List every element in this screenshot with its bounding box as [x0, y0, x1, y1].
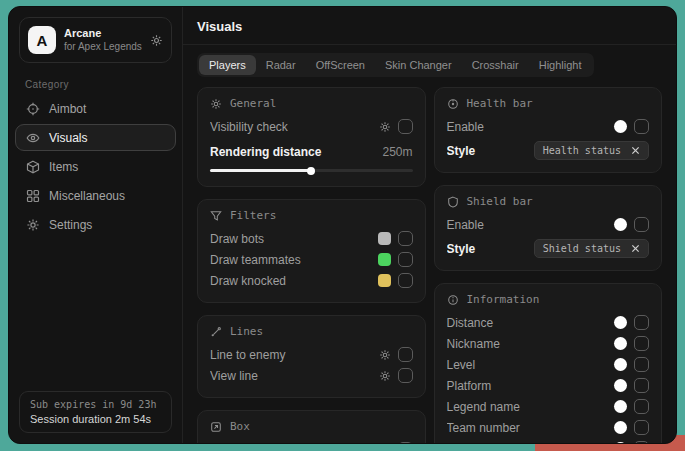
sidebar-item-items[interactable]: Items — [15, 153, 176, 180]
style-select[interactable]: Health status — [534, 141, 649, 160]
main-header: Visuals — [183, 7, 676, 45]
setting-row-style: Style Shield status — [447, 238, 650, 259]
gear-icon[interactable] — [379, 370, 391, 382]
sidebar-item-visuals[interactable]: Visuals — [15, 124, 176, 151]
sidebar-item-label: Items — [49, 160, 78, 174]
section-title: Filters — [230, 209, 276, 222]
checkbox[interactable] — [634, 217, 649, 232]
setting-row-draw-bots: Draw bots — [210, 228, 413, 249]
gear-icon[interactable] — [150, 34, 163, 47]
section-title: Box — [230, 420, 250, 433]
setting-row-draw-teammates: Draw teammates — [210, 249, 413, 270]
close-icon[interactable] — [631, 244, 640, 253]
gear-icon[interactable] — [379, 349, 391, 361]
sidebar-item-aimbot[interactable]: Aimbot — [15, 95, 176, 122]
color-swatch[interactable] — [614, 400, 627, 413]
slider-thumb[interactable] — [307, 167, 315, 175]
tab-highlight[interactable]: Highlight — [529, 55, 592, 75]
checkbox[interactable] — [634, 357, 649, 372]
checkbox[interactable] — [398, 119, 413, 134]
color-swatch[interactable] — [614, 120, 627, 133]
checkbox[interactable] — [634, 378, 649, 393]
setting-row-nickname: Nickname — [447, 333, 650, 354]
app-title: Arcane — [64, 27, 142, 41]
color-swatch[interactable] — [614, 421, 627, 434]
section-lines: Lines Line to enemy View line — [197, 315, 426, 398]
checkbox[interactable] — [398, 368, 413, 383]
funnel-icon — [210, 210, 222, 222]
sidebar-item-miscellaneous[interactable]: Miscellaneous — [15, 182, 176, 209]
section-title: Health bar — [467, 97, 533, 110]
checkbox[interactable] — [634, 119, 649, 134]
line-icon — [210, 326, 222, 338]
page-title: Visuals — [197, 19, 662, 34]
setting-row-level: Level — [447, 354, 650, 375]
checkbox[interactable] — [634, 441, 649, 443]
color-swatch[interactable] — [614, 337, 627, 350]
logo-card: A Arcane for Apex Legends — [19, 17, 172, 63]
style-select[interactable]: Shield status — [534, 239, 649, 258]
color-swatch[interactable] — [378, 274, 391, 287]
setting-row-team-number: Team number — [447, 417, 650, 438]
color-swatch[interactable] — [614, 218, 627, 231]
sidebar-nav: Aimbot Visuals Items — [9, 94, 182, 239]
tab-offscreen[interactable]: OffScreen — [306, 55, 375, 75]
checkbox[interactable] — [634, 399, 649, 414]
section-filters: Filters Draw bots Draw teammates Draw kn… — [197, 199, 426, 303]
sidebar-item-label: Miscellaneous — [49, 189, 125, 203]
sidebar-item-label: Aimbot — [49, 102, 86, 116]
section-title: Shield bar — [467, 195, 533, 208]
main-panel: Visuals Players Radar OffScreen Skin Cha… — [183, 7, 676, 443]
gear-icon[interactable] — [379, 121, 391, 133]
checkbox[interactable] — [398, 273, 413, 288]
gauge-icon — [447, 98, 459, 110]
gear-icon — [26, 218, 40, 232]
color-swatch[interactable] — [614, 442, 627, 443]
section-title: Lines — [230, 325, 263, 338]
checkbox[interactable] — [634, 315, 649, 330]
content-area: General Visibility check Rendering dista… — [183, 87, 676, 443]
setting-row-distance: Distance — [447, 312, 650, 333]
app-window: A Arcane for Apex Legends Category — [8, 6, 677, 444]
tab-bar: Players Radar OffScreen Skin Changer Cro… — [197, 53, 594, 77]
sun-icon — [210, 98, 222, 110]
section-title: General — [230, 97, 276, 110]
tab-skin-changer[interactable]: Skin Changer — [375, 55, 462, 75]
color-swatch[interactable] — [614, 379, 627, 392]
checkbox[interactable] — [398, 252, 413, 267]
checkbox[interactable] — [398, 347, 413, 362]
color-swatch[interactable] — [378, 253, 391, 266]
box-frame-icon — [210, 421, 222, 433]
checkbox[interactable] — [398, 442, 413, 443]
tab-radar[interactable]: Radar — [256, 55, 306, 75]
tab-players[interactable]: Players — [199, 55, 256, 75]
setting-row-view-line: View line — [210, 365, 413, 386]
subscription-info-card: Sub expires in 9d 23h Session duration 2… — [19, 391, 172, 433]
setting-row-weapon-in-hands: Weapon in hands — [447, 438, 650, 443]
setting-row-platform: Platform — [447, 375, 650, 396]
app-logo: A — [28, 26, 56, 54]
color-swatch[interactable] — [614, 316, 627, 329]
section-shield-bar: Shield bar Enable Style Shield status — [434, 185, 663, 271]
setting-row-legend-name: Legend name — [447, 396, 650, 417]
close-icon[interactable] — [631, 146, 640, 155]
color-swatch[interactable] — [614, 358, 627, 371]
sidebar-item-settings[interactable]: Settings — [15, 211, 176, 238]
left-column: General Visibility check Rendering dista… — [197, 87, 426, 443]
section-information: Information Distance Nickname Level — [434, 283, 663, 443]
style-select-value: Shield status — [543, 243, 621, 254]
rendering-distance-slider[interactable] — [210, 169, 413, 172]
checkbox[interactable] — [398, 231, 413, 246]
section-box: Box Enable Enable background — [197, 410, 426, 443]
app-subtitle: for Apex Legends — [64, 41, 142, 54]
tab-crosshair[interactable]: Crosshair — [462, 55, 529, 75]
setting-row-enable: Enable — [447, 214, 650, 235]
color-swatch[interactable] — [378, 232, 391, 245]
style-select-value: Health status — [543, 145, 621, 156]
crosshair-icon — [26, 102, 40, 116]
category-label: Category — [25, 79, 182, 90]
box-icon — [26, 160, 40, 174]
checkbox[interactable] — [634, 336, 649, 351]
checkbox[interactable] — [634, 420, 649, 435]
sidebar-item-label: Settings — [49, 218, 92, 232]
